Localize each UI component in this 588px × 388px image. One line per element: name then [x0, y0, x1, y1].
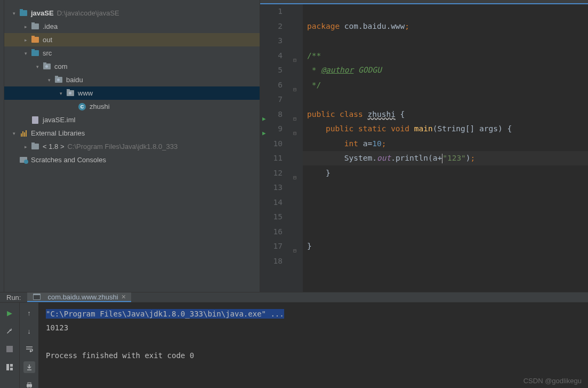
code-content[interactable]: package com.baidu.www; /** * @author GOD…: [303, 4, 588, 292]
line-number[interactable]: 1: [260, 4, 283, 19]
code-line[interactable]: public class zhushi {: [307, 107, 588, 122]
print-icon[interactable]: [23, 379, 35, 388]
code-line[interactable]: [307, 92, 588, 107]
rerun-button[interactable]: ▶: [4, 307, 15, 319]
code-editor[interactable]: 12345678▶9▶101112131415161718 ⊟⊟⊟⊟⊟⊟ pac…: [260, 4, 588, 292]
line-number[interactable]: 6: [260, 78, 283, 93]
console-line[interactable]: 10123: [46, 321, 581, 335]
chevron-right-icon[interactable]: ▸: [22, 23, 29, 30]
fold-icon[interactable]: ⊟: [293, 53, 296, 68]
run-config-tab[interactable]: com.baidu.www.zhushi ×: [27, 292, 131, 302]
chevron-down-icon[interactable]: ▾: [46, 77, 52, 83]
code-line[interactable]: [307, 225, 588, 240]
tree-item-label: zhushi: [90, 102, 110, 110]
tree-item-javase[interactable]: ▾javaSED:\java\code\javaSE: [4, 6, 260, 20]
fold-icon[interactable]: ⊟: [293, 170, 296, 185]
line-number[interactable]: 11: [260, 151, 283, 166]
line-number[interactable]: 13: [260, 180, 283, 195]
chevron-down-icon[interactable]: ▾: [58, 90, 64, 97]
down-arrow-icon[interactable]: ↓: [23, 325, 35, 337]
folder-icon: [19, 9, 28, 18]
console-line[interactable]: [46, 335, 581, 349]
folder-icon: [31, 22, 39, 31]
run-tool-window: Run: com.baidu.www.zhushi × ▶ ↑ ↓: [0, 292, 588, 388]
fold-icon[interactable]: ⊟: [293, 126, 296, 141]
line-number[interactable]: 16: [260, 225, 283, 240]
tree-item-baidu[interactable]: ▾baidu: [4, 73, 260, 86]
tree-item-externallibraries[interactable]: ▾External Libraries: [4, 126, 260, 140]
svg-rect-5: [10, 368, 13, 370]
svg-rect-7: [28, 383, 31, 384]
run-gutter-icon[interactable]: ▶: [262, 126, 266, 141]
tree-item-label: < 1.8 >: [43, 142, 64, 151]
tree-item-label: javaSE: [31, 9, 54, 17]
code-line[interactable]: System.out.println(a+"123");: [307, 151, 588, 166]
code-line[interactable]: [307, 254, 588, 269]
chevron-down-icon[interactable]: ▾: [22, 50, 29, 57]
tree-item-zhushi[interactable]: Czhushi: [4, 100, 260, 113]
tree-item-18[interactable]: ▸< 1.8 >C:\Program Files\Java\jdk1.8.0_3…: [4, 140, 260, 153]
line-number-gutter[interactable]: 12345678▶9▶101112131415161718: [260, 4, 292, 292]
code-line[interactable]: /**: [307, 49, 588, 64]
tree-item-src[interactable]: ▾src: [4, 46, 260, 60]
chevron-right-icon[interactable]: ▸: [22, 37, 29, 43]
console-line[interactable]: "C:\Program Files\Java\jdk1.8.0_333\bin\…: [46, 307, 581, 321]
editor-tab-bar[interactable]: [260, 0, 588, 4]
line-number[interactable]: 15: [260, 210, 283, 225]
code-line[interactable]: }: [307, 166, 588, 181]
code-line[interactable]: [307, 180, 588, 195]
code-line[interactable]: * @author GODGU: [307, 63, 588, 78]
tree-item-scratchesandconsoles[interactable]: Scratches and Consoles: [4, 153, 260, 167]
svg-rect-1: [34, 295, 40, 299]
layout-icon[interactable]: [4, 361, 15, 373]
code-line[interactable]: public static void main(String[] args) {: [307, 122, 588, 137]
tree-item-www[interactable]: ▾www: [4, 86, 260, 100]
fold-icon[interactable]: ⊟: [293, 112, 296, 126]
line-number[interactable]: 4: [260, 49, 283, 64]
fold-icon[interactable]: ⊟: [293, 82, 296, 97]
code-line[interactable]: }: [307, 239, 588, 254]
chevron-right-icon[interactable]: ▸: [22, 144, 29, 150]
up-arrow-icon[interactable]: ↑: [23, 307, 35, 319]
stop-button[interactable]: [4, 343, 15, 355]
project-header[interactable]: [4, 0, 260, 4]
tree-item-com[interactable]: ▾com: [4, 60, 260, 73]
console-output[interactable]: "C:\Program Files\Java\jdk1.8.0_333\bin\…: [38, 303, 588, 388]
fold-icon[interactable]: ⊟: [293, 243, 296, 258]
line-number[interactable]: 12: [260, 166, 283, 181]
tree-item-javaseiml[interactable]: javaSE.iml: [4, 113, 260, 126]
line-number[interactable]: 18: [260, 254, 283, 269]
scroll-to-end-icon[interactable]: [23, 361, 35, 373]
code-line[interactable]: [307, 195, 588, 210]
fold-gutter[interactable]: ⊟⊟⊟⊟⊟⊟: [292, 4, 303, 292]
tree-item-idea[interactable]: ▸.idea: [4, 20, 260, 33]
line-number[interactable]: 3: [260, 34, 283, 49]
scratch-icon: [19, 156, 28, 164]
code-line[interactable]: int a=10;: [307, 137, 588, 152]
code-line[interactable]: package com.baidu.www;: [307, 19, 588, 34]
folder-icon: [31, 36, 39, 44]
tree-item-label: baidu: [66, 76, 83, 84]
wrench-icon[interactable]: [4, 325, 15, 337]
tree-item-out[interactable]: ▸out: [4, 33, 260, 46]
chevron-down-icon[interactable]: ▾: [11, 10, 17, 17]
line-number[interactable]: 14: [260, 195, 283, 210]
close-icon[interactable]: ×: [122, 292, 126, 301]
line-number[interactable]: 17: [260, 239, 283, 254]
chevron-down-icon[interactable]: ▾: [34, 64, 41, 70]
soft-wrap-icon[interactable]: [23, 343, 35, 355]
line-number[interactable]: 5: [260, 63, 283, 78]
code-line[interactable]: */: [307, 78, 588, 93]
console-line[interactable]: Process finished with exit code 0: [46, 349, 581, 362]
code-line[interactable]: [307, 210, 588, 225]
run-gutter-icon[interactable]: ▶: [262, 112, 266, 126]
line-number[interactable]: 7: [260, 92, 283, 107]
code-line[interactable]: [307, 4, 588, 19]
spacer: [69, 104, 76, 110]
chevron-down-icon[interactable]: ▾: [11, 130, 17, 137]
project-tree[interactable]: ▾javaSED:\java\code\javaSE▸.idea▸out▾src…: [4, 4, 260, 292]
folder-icon: [66, 89, 75, 98]
svg-rect-2: [6, 346, 13, 352]
line-number[interactable]: 2: [260, 19, 283, 34]
code-line[interactable]: [307, 34, 588, 49]
